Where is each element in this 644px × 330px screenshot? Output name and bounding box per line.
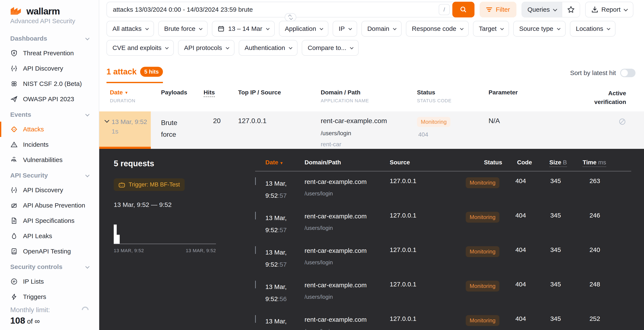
attacks-count-tab[interactable]: 1 attack 5 hits [106, 67, 163, 83]
status-badge: Monitoring [466, 177, 499, 188]
request-row[interactable]: 13 Mar, 9:52:56 rent-car-example.com /us… [255, 309, 631, 330]
trigger-chip[interactable]: Trigger: MB BF-Test [114, 178, 185, 191]
sidebar-item-label: API Abuse Prevention [23, 202, 85, 209]
chevron-right-icon[interactable] [255, 246, 256, 254]
star-icon [567, 6, 575, 13]
request-row[interactable]: 13 Mar, 9:52:57 rent-car-example.com /us… [255, 240, 631, 275]
chip-compare-to[interactable]: Compare to... [302, 40, 359, 56]
column-header-active-verification: Active verification [580, 89, 644, 106]
section-api-security[interactable]: API Security [0, 167, 99, 182]
request-row[interactable]: 13 Mar, 9:52:56 rent-car-example.com /us… [255, 275, 631, 309]
section-dashboards[interactable]: Dashboards [0, 31, 99, 45]
column-header-status: Status STATUS CODE [408, 89, 480, 106]
column-header-time[interactable]: Time ms [567, 159, 606, 166]
request-domain: rent-car-example.com /users/login [304, 246, 390, 266]
chip-brute-force[interactable]: Brute force [158, 21, 208, 37]
chevron-right-icon[interactable] [255, 315, 256, 323]
robot-icon [118, 182, 125, 188]
chip-label: API protocols [184, 44, 222, 51]
sidebar-item-threat-prevention[interactable]: Threat Prevention [0, 45, 99, 61]
toggle-knob [621, 70, 628, 76]
chip-date-range[interactable]: 13 – 14 Mar [212, 21, 274, 37]
chip-label: Response code [412, 25, 456, 32]
chip-domain[interactable]: Domain [362, 21, 402, 37]
sidebar-item-api-leaks[interactable]: API Leaks [0, 228, 99, 244]
chip-all-attacks[interactable]: All attacks [106, 21, 154, 37]
chip-response-code[interactable]: Response code [406, 21, 468, 37]
request-path: /users/login [304, 190, 390, 197]
main-content: / Filter Queries R [99, 0, 644, 330]
monthly-limit-widget: Monthly limit: 108 of ∞ [0, 306, 99, 326]
histogram-bar [114, 225, 117, 244]
chip-cve-exploits[interactable]: CVE and exploits [106, 40, 174, 56]
request-row[interactable]: 13 Mar, 9:52:57 rent-car-example.com /us… [255, 171, 631, 206]
filter-button[interactable]: Filter [480, 2, 516, 17]
chip-application[interactable]: Application [279, 21, 328, 37]
chip-source-type[interactable]: Source type [513, 21, 566, 37]
attack-payload: Brute force [151, 111, 189, 140]
request-time: 252 [567, 315, 606, 322]
attack-row[interactable]: 13 Mar, 9:52 1s Brute force 20 127.0.0.1… [99, 111, 644, 149]
trigger-chip-label: Trigger: MB BF-Test [129, 181, 180, 188]
summary-row: 1 attack 5 hits Sort by latest hit [99, 56, 644, 83]
sidebar-item-label: API Leaks [23, 232, 52, 240]
chevron-down-icon [199, 26, 202, 30]
chevron-right-icon[interactable] [255, 177, 256, 185]
chip-authentication[interactable]: Authentication [239, 40, 298, 56]
header-sub-label: APPLICATION NAME [321, 98, 408, 104]
sidebar-item-api-specifications[interactable]: API Specifications [0, 213, 99, 228]
attack-application-name: rent-car [321, 141, 408, 148]
request-path: /users/login [304, 328, 390, 330]
chip-locations[interactable]: Locations [570, 21, 616, 37]
section-label: Dashboards [10, 35, 47, 42]
column-header-date[interactable]: Date▼ [265, 159, 304, 166]
request-row[interactable]: 13 Mar, 9:52:57 rent-car-example.com /us… [255, 206, 631, 240]
chevron-down-icon [348, 26, 352, 30]
header-unit: B [563, 159, 567, 166]
sidebar-item-label: API Discovery [23, 65, 63, 72]
chip-api-protocols[interactable]: API protocols [178, 40, 234, 56]
monthly-limit-of: of [27, 318, 33, 325]
sidebar-item-label: IP Lists [23, 278, 44, 285]
favorite-star-button[interactable] [562, 2, 580, 17]
chevron-right-icon[interactable] [255, 281, 256, 288]
chip-target[interactable]: Target [473, 21, 509, 37]
attack-domain: rent-car-example.com [321, 117, 408, 125]
column-header-hits[interactable]: Hits [204, 89, 228, 106]
section-events[interactable]: Events [0, 107, 99, 122]
braces-icon [10, 65, 18, 72]
sidebar-item-api-discovery[interactable]: API Discovery [0, 61, 99, 76]
column-header-date[interactable]: Date▼ DURATION [99, 89, 151, 106]
biohazard-icon [10, 157, 18, 163]
column-header-size[interactable]: Size B [532, 159, 567, 166]
attack-duration: 1s [112, 127, 147, 136]
sidebar-item-api-discovery-2[interactable]: API Discovery [0, 182, 99, 198]
search-button[interactable] [452, 2, 474, 17]
sidebar-item-incidents[interactable]: Incidents [0, 137, 99, 152]
chevron-right-icon[interactable] [255, 212, 256, 219]
brand-logo[interactable]: wallarm [0, 6, 99, 16]
search-input[interactable] [107, 6, 439, 13]
sidebar: wallarm Advanced API Security Dashboards… [0, 0, 99, 330]
sidebar-item-openapi-testing[interactable]: OpenAPI Testing [0, 244, 99, 259]
sidebar-item-attacks[interactable]: Attacks [0, 122, 99, 137]
sidebar-item-api-abuse-prevention[interactable]: API Abuse Prevention [0, 198, 99, 213]
sidebar-item-nist-csf[interactable]: NIST CSF 2.0 (Beta) [0, 76, 99, 91]
sidebar-item-triggers[interactable]: Triggers [0, 289, 99, 305]
status-badge: Monitoring [466, 281, 499, 292]
sidebar-item-owasp-api[interactable]: OWASP API 2023 [0, 91, 99, 107]
request-source: 127.0.0.1 [390, 177, 463, 184]
search-expander[interactable] [285, 13, 296, 21]
queries-button[interactable]: Queries [522, 2, 562, 17]
sidebar-item-ip-lists[interactable]: IP IP Lists [0, 274, 99, 289]
detail-time-range: 13 Mar, 9:52 — 9:52 [114, 201, 242, 208]
chevron-down-icon [289, 46, 292, 49]
request-size: 345 [532, 281, 567, 288]
attack-status-cell: Monitoring 404 [408, 111, 480, 138]
sidebar-item-vulnerabilities[interactable]: Vulnerabilities [0, 152, 99, 167]
section-security-controls[interactable]: Security controls [0, 259, 99, 274]
sort-toggle[interactable] [620, 69, 636, 77]
report-button[interactable]: Report [585, 2, 633, 17]
attack-row-date-cell[interactable]: 13 Mar, 9:52 1s [99, 111, 151, 149]
chip-ip[interactable]: IP [333, 21, 357, 37]
